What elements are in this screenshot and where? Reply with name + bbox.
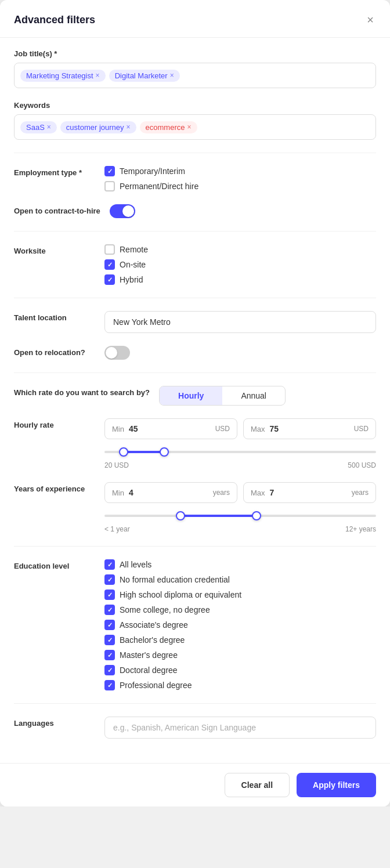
experience-slider[interactable] — [104, 510, 376, 522]
education-option-7: Doctoral degree — [104, 665, 376, 675]
education-checkbox-6[interactable] — [104, 650, 115, 660]
experience-thumb-min[interactable] — [176, 511, 185, 520]
exp-min-prefix: Min — [112, 489, 124, 497]
relocation-label: Open to relocation? — [14, 346, 95, 357]
worksite-checkbox-2[interactable] — [104, 274, 115, 285]
education-checkbox-0[interactable] — [104, 559, 115, 570]
worksite-options: Remote On-site Hybrid — [104, 244, 376, 285]
experience-min-box[interactable]: Min 4 years — [104, 482, 237, 503]
relocation-toggle-wrapper — [104, 346, 376, 360]
rate-btn-annual[interactable]: Annual — [222, 386, 285, 405]
experience-label: Years of experience — [14, 482, 95, 493]
keyword-tag-2: ecommerce × — [140, 121, 197, 133]
keywords-section: Keywords SaaS × customer journey × ecomm… — [14, 101, 376, 140]
modal-title: Advanced filters — [14, 14, 95, 26]
relocation-toggle-knob — [106, 347, 117, 359]
worksite-checkbox-1[interactable] — [104, 259, 115, 270]
hourly-rate-thumb-max[interactable] — [160, 447, 169, 457]
job-titles-input[interactable]: Marketing Strategist × Digital Marketer … — [14, 63, 376, 88]
languages-label: Languages — [14, 717, 95, 728]
talent-location-section: Talent location — [14, 311, 376, 333]
job-titles-section: Job title(s) * Marketing Strategist × Di… — [14, 49, 376, 88]
exp-max-suffix: years — [352, 489, 369, 497]
rate-type-label: Which rate do you want to search by? — [14, 386, 150, 397]
employment-checkbox-0[interactable] — [104, 166, 115, 176]
education-option-5: Bachelor's degree — [104, 635, 376, 645]
education-checkbox-2[interactable] — [104, 589, 115, 600]
employment-type-options: Temporary/Interim Permanent/Direct hire — [104, 166, 376, 191]
keyword-tag-1: customer journey × — [60, 121, 136, 133]
worksite-checkbox-0[interactable] — [104, 244, 115, 255]
education-checkbox-8[interactable] — [104, 680, 115, 690]
worksite-section: Worksite Remote On-site Hybrid — [14, 244, 376, 285]
experience-section: Years of experience Min 4 years Max 7 ye… — [14, 482, 376, 533]
education-label: Education level — [14, 559, 95, 570]
talent-location-input[interactable] — [104, 311, 376, 333]
hourly-rate-section: Hourly rate Min 45 USD Max 75 USD — [14, 418, 376, 469]
max-suffix: USD — [354, 425, 369, 433]
contract-to-hire-section: Open to contract-to-hire — [14, 204, 376, 218]
experience-max-label: 12+ years — [345, 525, 376, 533]
remove-keyword-0[interactable]: × — [47, 123, 51, 131]
employment-checkbox-1[interactable] — [104, 181, 115, 191]
hourly-rate-fill — [124, 451, 164, 453]
education-option-8: Professional degree — [104, 680, 376, 690]
remove-keyword-2[interactable]: × — [187, 123, 191, 131]
hourly-rate-max-label: 500 USD — [348, 461, 376, 469]
education-option-2: High school diploma or equivalent — [104, 589, 376, 600]
education-option-6: Master's degree — [104, 650, 376, 660]
languages-section: Languages — [14, 717, 376, 739]
languages-input-wrapper — [104, 717, 376, 739]
hourly-rate-thumb-min[interactable] — [119, 447, 128, 457]
remove-keyword-1[interactable]: × — [127, 123, 131, 131]
contract-to-hire-toggle[interactable] — [110, 204, 135, 218]
job-title-tag-0: Marketing Strategist × — [20, 70, 106, 82]
employment-option-1: Permanent/Direct hire — [104, 181, 376, 191]
hourly-rate-slider[interactable] — [104, 446, 376, 458]
talent-location-input-wrapper — [104, 311, 376, 333]
hourly-rate-label: Hourly rate — [14, 418, 95, 429]
close-button[interactable]: × — [364, 12, 376, 28]
education-checkbox-4[interactable] — [104, 620, 115, 630]
education-checkbox-5[interactable] — [104, 635, 115, 645]
hourly-rate-labels: 20 USD 500 USD — [104, 461, 376, 469]
keywords-input[interactable]: SaaS × customer journey × ecommerce × — [14, 114, 376, 140]
apply-filters-button[interactable]: Apply filters — [297, 773, 376, 797]
education-option-3: Some college, no degree — [104, 605, 376, 615]
exp-min-value: 4 — [129, 488, 208, 497]
job-title-tag-1: Digital Marketer × — [109, 70, 180, 82]
relocation-toggle[interactable] — [104, 346, 130, 360]
education-options: All levels No formal education credentia… — [104, 559, 376, 690]
education-option-4: Associate's degree — [104, 620, 376, 630]
experience-thumb-max[interactable] — [252, 511, 261, 520]
talent-location-label: Talent location — [14, 311, 95, 322]
hourly-rate-max-box[interactable]: Max 75 USD — [243, 418, 376, 439]
keyword-tag-0: SaaS × — [20, 121, 57, 133]
modal-footer: Clear all Apply filters — [0, 763, 390, 806]
remove-tag-1[interactable]: × — [170, 71, 174, 79]
min-value: 45 — [129, 424, 211, 433]
relocation-section: Open to relocation? — [14, 346, 376, 360]
rate-toggle-group: Hourly Annual — [159, 386, 286, 406]
experience-fill — [180, 515, 257, 517]
modal-header: Advanced filters × — [0, 0, 390, 38]
toggle-knob — [122, 205, 134, 217]
experience-max-box[interactable]: Max 7 years — [243, 482, 376, 503]
hourly-rate-min-box[interactable]: Min 45 USD — [104, 418, 237, 439]
keywords-label: Keywords — [14, 101, 376, 110]
education-checkbox-7[interactable] — [104, 665, 115, 675]
clear-all-button[interactable]: Clear all — [225, 773, 290, 797]
rate-type-section: Which rate do you want to search by? Hou… — [14, 386, 376, 406]
contract-to-hire-label: Open to contract-to-hire — [14, 204, 100, 215]
experience-labels: < 1 year 12+ years — [104, 525, 376, 533]
rate-btn-hourly[interactable]: Hourly — [160, 386, 222, 405]
education-checkbox-3[interactable] — [104, 605, 115, 615]
remove-tag-0[interactable]: × — [96, 71, 100, 79]
experience-min-label: < 1 year — [104, 525, 130, 533]
employment-type-label: Employment type * — [14, 166, 95, 177]
languages-input[interactable] — [104, 717, 376, 739]
contract-to-hire-toggle-wrapper — [110, 204, 376, 218]
exp-min-suffix: years — [213, 489, 230, 497]
education-checkbox-1[interactable] — [104, 574, 115, 585]
hourly-rate-min-label: 20 USD — [104, 461, 129, 469]
